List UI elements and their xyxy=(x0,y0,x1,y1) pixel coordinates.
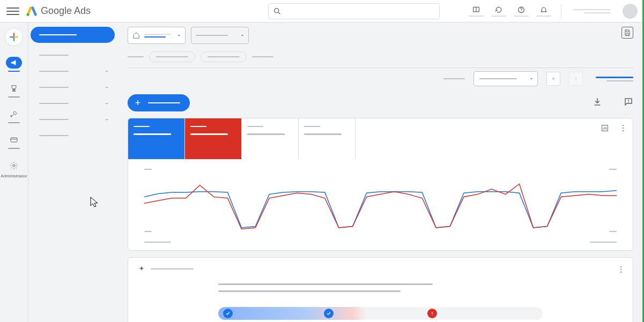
insights-card xyxy=(128,257,633,322)
insights-menu-button[interactable] xyxy=(617,265,625,276)
search-input[interactable] xyxy=(286,7,435,15)
chart-x-axis xyxy=(128,242,633,250)
more-vert-icon xyxy=(617,265,625,274)
product-logo[interactable]: Google Ads xyxy=(26,5,91,17)
main-content: + xyxy=(117,23,644,322)
metric-tab[interactable] xyxy=(242,118,299,159)
insights-subhead xyxy=(218,290,401,292)
appearance-icon[interactable] xyxy=(471,6,482,17)
y-axis-tick xyxy=(144,231,152,232)
more-vert-icon xyxy=(619,124,627,132)
chevron-down-icon xyxy=(104,117,109,122)
svg-point-19 xyxy=(623,130,624,131)
svg-point-24 xyxy=(432,314,433,316)
svg-point-1 xyxy=(275,8,279,12)
campaign-selector[interactable] xyxy=(191,27,249,44)
google-ads-logo-icon xyxy=(26,5,38,17)
date-range-selector[interactable] xyxy=(473,71,538,86)
expand-chart-button[interactable] xyxy=(601,124,609,134)
sparkle-icon xyxy=(138,265,145,273)
breadcrumb-item[interactable] xyxy=(252,56,273,57)
side-panel-item[interactable] xyxy=(31,111,115,128)
svg-rect-11 xyxy=(11,138,17,142)
rail-item-tools[interactable] xyxy=(5,108,23,123)
chevron-down-icon xyxy=(104,85,109,90)
help-icon[interactable] xyxy=(516,6,527,17)
feedback-icon xyxy=(624,97,633,107)
caret-down-icon xyxy=(240,33,245,38)
chevron-down-icon xyxy=(104,101,109,106)
side-panel-item[interactable] xyxy=(31,128,115,144)
refresh-icon[interactable] xyxy=(493,6,504,17)
svg-point-17 xyxy=(623,125,624,126)
account-selector[interactable] xyxy=(128,27,186,44)
line-chart xyxy=(144,170,617,234)
date-next-button[interactable] xyxy=(569,72,583,86)
left-rail: Administrador xyxy=(0,23,28,322)
rail-item-admin[interactable]: Administrador xyxy=(5,160,23,178)
performance-chart-card xyxy=(128,118,633,251)
caret-down-icon xyxy=(176,33,182,38)
filter-chip[interactable] xyxy=(201,51,247,62)
svg-point-22 xyxy=(620,272,621,273)
y-axis-tick xyxy=(609,231,617,232)
svg-point-6 xyxy=(521,11,521,11)
chevron-down-icon xyxy=(104,69,109,74)
download-button[interactable] xyxy=(593,97,602,109)
trophy-icon xyxy=(10,84,18,93)
y-axis-tick xyxy=(609,169,617,170)
home-icon xyxy=(132,32,140,39)
tools-icon xyxy=(10,110,18,118)
view-controls-row xyxy=(128,68,633,85)
side-panel-item[interactable] xyxy=(31,47,115,63)
account-label[interactable] xyxy=(573,9,611,13)
cursor-arrow-icon xyxy=(88,196,101,208)
filter-chip[interactable] xyxy=(149,51,195,62)
gear-icon xyxy=(10,161,18,170)
plus-icon: + xyxy=(133,98,143,108)
rail-item-goals[interactable] xyxy=(5,83,23,98)
avatar[interactable] xyxy=(623,4,638,19)
side-panel-item[interactable] xyxy=(31,95,115,111)
chevron-right-icon xyxy=(573,76,579,81)
chevron-left-icon xyxy=(551,76,556,81)
side-panel-active-item[interactable] xyxy=(31,27,115,43)
save-view-button[interactable] xyxy=(621,27,633,39)
hamburger-menu-button[interactable] xyxy=(6,5,19,18)
card-icon xyxy=(10,136,18,144)
insights-headline xyxy=(218,283,433,285)
megaphone-icon xyxy=(10,59,18,66)
notifications-icon[interactable] xyxy=(538,6,549,17)
metric-tab[interactable] xyxy=(299,118,356,159)
svg-line-2 xyxy=(278,12,280,14)
search-icon xyxy=(273,7,282,16)
date-prev-button[interactable] xyxy=(546,72,560,86)
chart-expand-icon xyxy=(601,124,609,132)
new-campaign-button[interactable]: + xyxy=(128,94,190,111)
metric-tab[interactable] xyxy=(185,118,242,159)
chart-menu-button[interactable] xyxy=(619,124,627,134)
save-icon xyxy=(624,29,631,36)
rail-item-billing[interactable] xyxy=(5,134,23,149)
search-box[interactable] xyxy=(268,3,440,19)
active-view-indicator xyxy=(596,77,633,78)
metric-tab[interactable] xyxy=(128,118,185,159)
feedback-button[interactable] xyxy=(624,97,633,109)
metric-tabs xyxy=(128,118,633,159)
create-button[interactable] xyxy=(5,28,23,46)
side-panel-item[interactable] xyxy=(31,79,115,95)
svg-point-21 xyxy=(620,269,621,270)
side-panel-item[interactable] xyxy=(31,63,115,79)
caret-down-icon xyxy=(529,76,534,81)
toolbar-divider xyxy=(561,4,561,18)
svg-point-18 xyxy=(623,128,624,129)
breadcrumb-row xyxy=(128,51,633,62)
account-selectors xyxy=(128,27,633,44)
top-bar: Google Ads xyxy=(0,0,644,23)
plus-multicolor-icon xyxy=(9,32,19,42)
svg-point-13 xyxy=(13,164,15,167)
breadcrumb-item[interactable] xyxy=(128,56,144,57)
svg-point-0 xyxy=(27,13,29,16)
date-range-label xyxy=(443,78,465,79)
rail-item-campaigns[interactable] xyxy=(5,57,23,72)
